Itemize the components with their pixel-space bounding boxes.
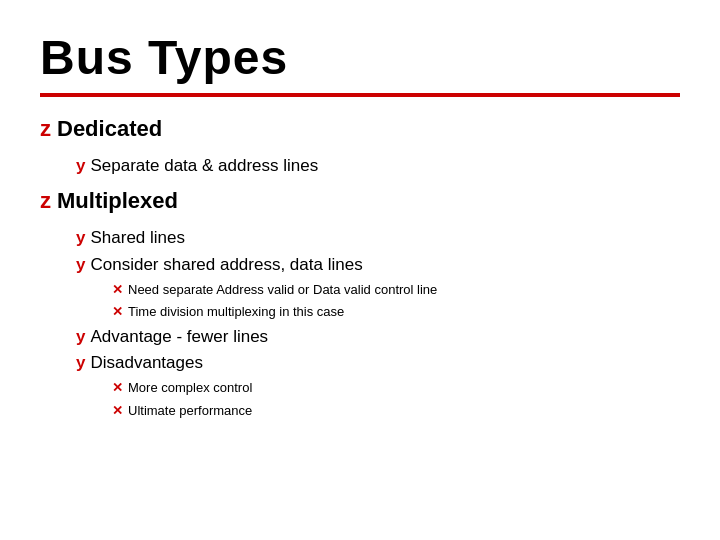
content-area: z Dedicated y Separate data & address li… — [40, 115, 680, 420]
multiplexed-child-1-sub-1: ✕ Time division multiplexing in this cas… — [112, 302, 680, 322]
multiplexed-child-3-bullet: y — [76, 351, 85, 375]
page-title: Bus Types — [40, 30, 680, 85]
red-divider — [40, 93, 680, 97]
dedicated-child-0: y Separate data & address lines — [76, 154, 680, 178]
multiplexed-child-3-sub-1-text: Ultimate performance — [128, 401, 252, 421]
multiplexed-child-2-text: Advantage - fewer lines — [90, 325, 268, 349]
dedicated-label: Dedicated — [57, 115, 162, 144]
dedicated-child-0-bullet: y — [76, 154, 85, 178]
multiplexed-child-2: y Advantage - fewer lines — [76, 325, 680, 349]
section-multiplexed: z Multiplexed — [40, 187, 680, 216]
section-dedicated: z Dedicated — [40, 115, 680, 144]
multiplexed-child-2-bullet: y — [76, 325, 85, 349]
dedicated-child-0-text: Separate data & address lines — [90, 154, 318, 178]
multiplexed-child-3-sub-1-bullet: ✕ — [112, 401, 123, 421]
multiplexed-child-0: y Shared lines — [76, 226, 680, 250]
multiplexed-child-1-sub-1-text: Time division multiplexing in this case — [128, 302, 344, 322]
dedicated-bullet: z — [40, 115, 51, 144]
multiplexed-child-3-sub-0-bullet: ✕ — [112, 378, 123, 398]
multiplexed-child-3-sub-0: ✕ More complex control — [112, 378, 680, 398]
multiplexed-child-3-sub-1: ✕ Ultimate performance — [112, 401, 680, 421]
multiplexed-child-3: y Disadvantages — [76, 351, 680, 375]
multiplexed-bullet: z — [40, 187, 51, 216]
multiplexed-child-1-sub-0-bullet: ✕ — [112, 280, 123, 300]
multiplexed-child-0-bullet: y — [76, 226, 85, 250]
multiplexed-child-3-text: Disadvantages — [90, 351, 202, 375]
multiplexed-child-1-bullet: y — [76, 253, 85, 277]
multiplexed-child-1-sub-0: ✕ Need separate Address valid or Data va… — [112, 280, 680, 300]
multiplexed-child-1-text: Consider shared address, data lines — [90, 253, 362, 277]
multiplexed-child-1-sub-0-text: Need separate Address valid or Data vali… — [128, 280, 437, 300]
multiplexed-label: Multiplexed — [57, 187, 178, 216]
multiplexed-child-0-text: Shared lines — [90, 226, 185, 250]
multiplexed-child-3-sub-0-text: More complex control — [128, 378, 252, 398]
multiplexed-child-1-sub-1-bullet: ✕ — [112, 302, 123, 322]
multiplexed-child-1: y Consider shared address, data lines — [76, 253, 680, 277]
